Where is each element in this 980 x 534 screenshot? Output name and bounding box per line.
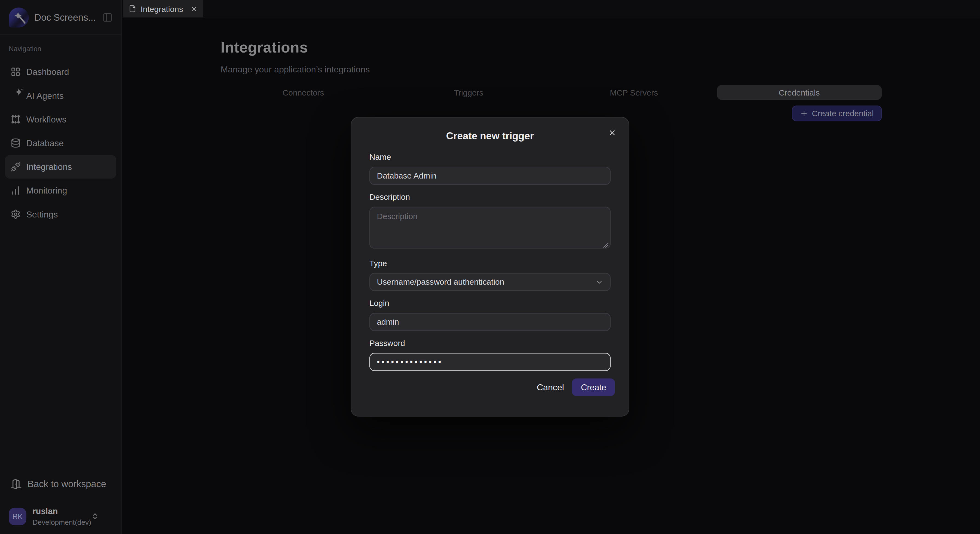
name-input[interactable]	[369, 167, 611, 185]
password-field-group: Password	[369, 339, 611, 371]
create-button[interactable]: Create	[572, 378, 615, 396]
login-input[interactable]	[369, 313, 611, 331]
password-label: Password	[369, 339, 611, 348]
type-label: Type	[369, 259, 611, 268]
name-field-group: Name	[369, 153, 611, 185]
resize-grip-icon[interactable]	[603, 243, 608, 248]
chevron-down-icon	[596, 278, 603, 286]
type-select-value: Username/password authentication	[377, 277, 504, 287]
modal-form: Name Description Type Username/password …	[351, 153, 628, 371]
app-window: Doc Screens... Navigation Dashboard	[0, 0, 980, 534]
type-select[interactable]: Username/password authentication	[369, 273, 611, 291]
description-textarea[interactable]	[369, 207, 611, 249]
description-field-group: Description	[369, 192, 611, 251]
modal-title: Create new trigger	[351, 130, 628, 142]
login-field-group: Login	[369, 299, 611, 331]
create-trigger-modal: Create new trigger Name Description Type	[351, 117, 629, 416]
type-field-group: Type Username/password authentication	[369, 259, 611, 291]
modal-close-icon[interactable]	[608, 129, 616, 137]
description-label: Description	[369, 192, 611, 202]
password-input[interactable]	[369, 353, 611, 371]
modal-footer: Cancel Create	[537, 378, 615, 396]
name-label: Name	[369, 153, 611, 162]
cancel-button[interactable]: Cancel	[537, 382, 564, 392]
login-label: Login	[369, 299, 611, 308]
